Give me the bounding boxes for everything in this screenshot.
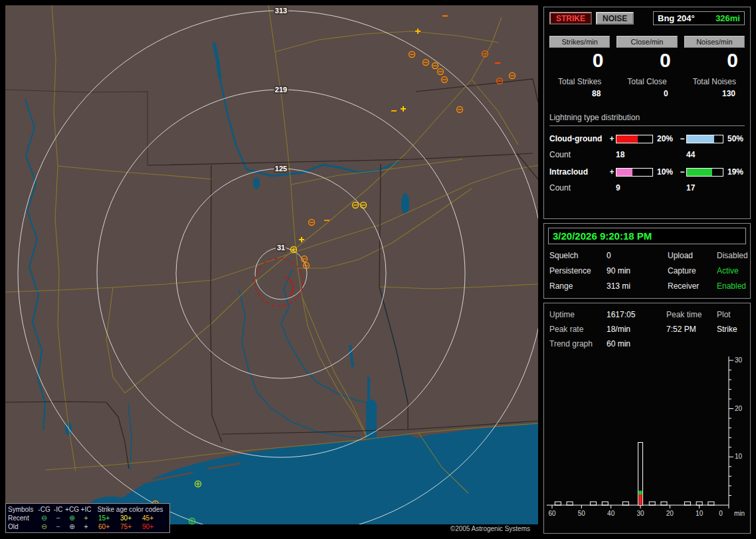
total-noises-label: Total Noises xyxy=(684,77,745,86)
plot-label: Plot xyxy=(717,310,753,319)
trend-window-value: 60 min xyxy=(607,339,666,348)
strikes-per-min-button[interactable]: Strikes/min xyxy=(549,36,610,48)
peak-time-label: Peak time xyxy=(666,310,717,319)
trend-blip xyxy=(567,502,573,505)
ic-positive-bar xyxy=(616,168,653,177)
trend-spike-cg xyxy=(639,495,642,505)
ic-negative-bar-fill xyxy=(687,169,712,176)
range-value: 313 mi xyxy=(607,281,668,291)
distribution-title: Lightning type distribution xyxy=(549,113,745,126)
close-per-min-button[interactable]: Close/min xyxy=(616,36,677,48)
trend-x-tick-label: 10 xyxy=(696,510,704,517)
intracloud-count-row: Count 9 17 xyxy=(549,183,745,193)
noise-toggle-button[interactable]: NOISE xyxy=(596,12,634,25)
capture-status: Active xyxy=(717,266,753,275)
trend-blip xyxy=(684,502,690,505)
legend-symbol-ic-plus: + xyxy=(79,514,93,522)
range-label: Range xyxy=(549,281,607,291)
uptime-value: 1617:05 xyxy=(607,310,666,319)
range-ring-label: 219 xyxy=(275,86,287,94)
ic-positive-bar-fill xyxy=(616,169,632,176)
bearing-distance: 326mi xyxy=(715,13,740,23)
cg-negative-bar-fill xyxy=(687,135,714,143)
noises-per-min-value: 0 xyxy=(684,49,745,72)
total-noises-value: 130 xyxy=(684,89,745,98)
trend-spike-ic xyxy=(639,491,642,495)
legend-symbols-header: Symbols xyxy=(8,506,37,513)
intracloud-row: Intracloud + 10% − 19% xyxy=(549,167,745,177)
cg-positive-bar xyxy=(616,135,653,143)
legend-age-header: Strike age color codes xyxy=(93,506,167,513)
ic-positive-pct: 10% xyxy=(653,167,678,177)
strike-toggle-button[interactable]: STRIKE xyxy=(549,12,592,25)
close-per-min-value: 0 xyxy=(616,49,677,72)
legend-col-header: -CG xyxy=(37,506,51,513)
panel-trend-section: Uptime 1617:05 Peak time Plot Peak rate … xyxy=(543,303,751,534)
legend-symbol-cg-minus: ⊖ xyxy=(37,523,51,530)
ic-negative-count: 17 xyxy=(686,183,723,193)
squelch-value: 0 xyxy=(607,251,668,260)
total-close-value: 0 xyxy=(616,89,677,98)
trend-x-unit: min xyxy=(734,510,745,517)
count-label: Count xyxy=(549,183,608,193)
legend-age-code: 30+ xyxy=(115,514,137,522)
noises-per-min-button[interactable]: Noises/min xyxy=(684,36,745,48)
trend-x-tick-label: 40 xyxy=(607,510,615,517)
trend-y-tick-label: 30 xyxy=(735,356,743,364)
receiver-status: Enabled xyxy=(717,281,753,291)
legend-row-label: Old xyxy=(8,523,37,530)
plot-value: Strike xyxy=(717,325,753,334)
ic-negative-bar xyxy=(686,168,723,177)
minus-sign: − xyxy=(678,167,686,177)
legend-age-code: 90+ xyxy=(137,523,159,530)
trend-blip xyxy=(708,502,714,505)
ic-negative-pct: 19% xyxy=(723,167,746,177)
trend-graph-label: Trend graph xyxy=(549,339,607,348)
cg-positive-pct: 20% xyxy=(653,134,678,143)
peak-time-value: 7:52 PM xyxy=(666,325,717,334)
timestamp: 3/20/2026 9:20:18 PM xyxy=(548,228,746,244)
legend-age-code: 15+ xyxy=(93,514,115,522)
persistence-value: 90 min xyxy=(607,266,668,275)
range-ring-label: 313 xyxy=(275,7,287,15)
legend-symbol-cg-plus: ⊕ xyxy=(65,514,79,522)
capture-label: Capture xyxy=(668,266,717,275)
cg-negative-bar xyxy=(686,135,723,143)
minus-sign: − xyxy=(678,134,686,143)
bearing-label: Bng 204° xyxy=(658,13,695,23)
trend-y-tick-label: 20 xyxy=(735,405,743,412)
peak-rate-label: Peak rate xyxy=(549,325,607,334)
peak-rate-value: 18/min xyxy=(607,325,666,334)
range-ring-label: 31 xyxy=(277,244,285,252)
cg-positive-bar-fill xyxy=(616,135,638,143)
panel-rates-section: STRIKE NOISE Bng 204° 326mi Strikes/min … xyxy=(543,7,751,219)
cg-negative-count: 44 xyxy=(686,150,723,159)
bearing-readout: Bng 204° 326mi xyxy=(653,11,745,25)
cloud-ground-row: Cloud-ground + 20% − 50% xyxy=(549,134,745,143)
legend-col-header: -IC xyxy=(51,506,65,513)
trend-blip xyxy=(622,502,628,505)
cg-negative-pct: 50% xyxy=(723,134,746,143)
legend-col-header: +CG xyxy=(65,506,79,513)
legend-age-code: 75+ xyxy=(115,523,137,530)
trend-x-tick-label: 60 xyxy=(548,510,556,517)
lightning-map[interactable]: 31125219313 Symbols-CG-IC+CG+ICStrike ag… xyxy=(5,5,538,534)
count-label: Count xyxy=(549,150,608,159)
strikes-per-min-value: 0 xyxy=(549,49,610,72)
legend-symbol-ic-plus: + xyxy=(79,523,93,530)
receiver-label: Receiver xyxy=(668,281,717,291)
trend-blip xyxy=(661,502,667,505)
range-ring-label: 125 xyxy=(275,165,287,173)
trend-blip xyxy=(591,502,597,505)
trend-blip xyxy=(696,502,702,505)
trend-blip xyxy=(602,502,608,505)
upload-label: Upload xyxy=(668,251,717,260)
trend-x-tick-label: 30 xyxy=(636,510,644,517)
plus-sign: + xyxy=(608,167,616,177)
total-strikes-label: Total Strikes xyxy=(549,77,610,86)
trend-x-tick-label: 50 xyxy=(578,510,586,517)
cloud-ground-label: Cloud-ground xyxy=(549,134,608,143)
trend-graph: min 6050403020100102030 xyxy=(545,354,745,521)
legend-row-label: Recent xyxy=(8,514,37,522)
map-svg: 31125219313 xyxy=(5,5,538,524)
